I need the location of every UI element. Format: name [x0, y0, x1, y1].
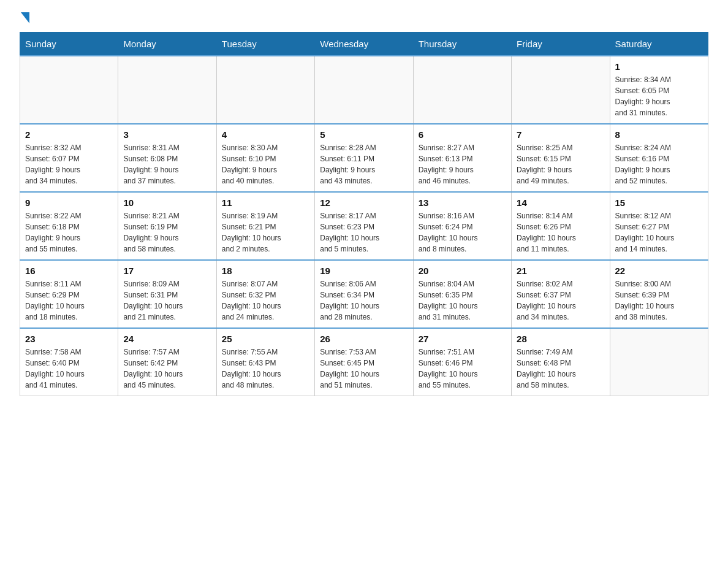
calendar-cell — [512, 56, 610, 124]
week-row-2: 2Sunrise: 8:32 AM Sunset: 6:07 PM Daylig… — [20, 124, 708, 192]
calendar-cell — [315, 56, 413, 124]
day-info: Sunrise: 7:51 AM Sunset: 6:46 PM Dayligh… — [419, 347, 506, 391]
calendar-cell: 13Sunrise: 8:16 AM Sunset: 6:24 PM Dayli… — [413, 192, 511, 260]
day-info: Sunrise: 8:02 AM Sunset: 6:37 PM Dayligh… — [517, 278, 604, 323]
calendar-cell: 19Sunrise: 8:06 AM Sunset: 6:34 PM Dayli… — [315, 260, 413, 328]
weekday-header-monday: Monday — [118, 33, 216, 56]
weekday-header-sunday: Sunday — [20, 33, 118, 56]
calendar-cell: 21Sunrise: 8:02 AM Sunset: 6:37 PM Dayli… — [512, 260, 610, 328]
weekday-header-row: SundayMondayTuesdayWednesdayThursdayFrid… — [20, 33, 708, 56]
day-info: Sunrise: 7:53 AM Sunset: 6:45 PM Dayligh… — [320, 347, 408, 391]
day-number: 27 — [419, 334, 506, 344]
calendar-cell: 9Sunrise: 8:22 AM Sunset: 6:18 PM Daylig… — [20, 192, 118, 260]
calendar-cell: 24Sunrise: 7:57 AM Sunset: 6:42 PM Dayli… — [118, 328, 216, 396]
day-number: 18 — [222, 266, 309, 276]
week-row-4: 16Sunrise: 8:11 AM Sunset: 6:29 PM Dayli… — [20, 260, 708, 328]
day-info: Sunrise: 8:12 AM Sunset: 6:27 PM Dayligh… — [615, 210, 703, 255]
day-info: Sunrise: 8:06 AM Sunset: 6:34 PM Dayligh… — [320, 278, 408, 323]
day-number: 20 — [419, 266, 506, 276]
day-number: 12 — [320, 197, 408, 208]
calendar-cell: 23Sunrise: 7:58 AM Sunset: 6:40 PM Dayli… — [20, 328, 118, 396]
day-info: Sunrise: 8:28 AM Sunset: 6:11 PM Dayligh… — [320, 142, 408, 186]
day-number: 22 — [615, 266, 703, 276]
day-info: Sunrise: 8:04 AM Sunset: 6:35 PM Dayligh… — [419, 278, 506, 323]
day-info: Sunrise: 7:55 AM Sunset: 6:43 PM Dayligh… — [222, 347, 309, 391]
logo — [20, 15, 29, 22]
day-number: 26 — [320, 334, 408, 344]
calendar-cell — [216, 56, 314, 124]
day-number: 2 — [25, 129, 113, 140]
calendar-table: SundayMondayTuesdayWednesdayThursdayFrid… — [20, 32, 708, 396]
day-info: Sunrise: 8:17 AM Sunset: 6:23 PM Dayligh… — [320, 210, 408, 255]
day-number: 28 — [517, 334, 604, 344]
day-number: 13 — [419, 197, 506, 208]
calendar-cell: 4Sunrise: 8:30 AM Sunset: 6:10 PM Daylig… — [216, 124, 314, 192]
weekday-header-wednesday: Wednesday — [315, 33, 413, 56]
calendar-cell: 8Sunrise: 8:24 AM Sunset: 6:16 PM Daylig… — [610, 124, 708, 192]
day-info: Sunrise: 8:19 AM Sunset: 6:21 PM Dayligh… — [222, 210, 309, 255]
day-info: Sunrise: 8:25 AM Sunset: 6:15 PM Dayligh… — [517, 142, 604, 186]
day-info: Sunrise: 8:34 AM Sunset: 6:05 PM Dayligh… — [615, 74, 703, 118]
calendar-cell: 7Sunrise: 8:25 AM Sunset: 6:15 PM Daylig… — [512, 124, 610, 192]
day-info: Sunrise: 8:27 AM Sunset: 6:13 PM Dayligh… — [419, 142, 506, 186]
day-number: 1 — [615, 61, 703, 72]
calendar-cell — [20, 56, 118, 124]
weekday-header-tuesday: Tuesday — [216, 33, 314, 56]
day-number: 10 — [123, 197, 211, 208]
day-number: 7 — [517, 129, 604, 140]
calendar-cell: 3Sunrise: 8:31 AM Sunset: 6:08 PM Daylig… — [118, 124, 216, 192]
day-info: Sunrise: 8:21 AM Sunset: 6:19 PM Dayligh… — [123, 210, 211, 255]
calendar-cell: 26Sunrise: 7:53 AM Sunset: 6:45 PM Dayli… — [315, 328, 413, 396]
calendar-cell: 18Sunrise: 8:07 AM Sunset: 6:32 PM Dayli… — [216, 260, 314, 328]
calendar-cell: 6Sunrise: 8:27 AM Sunset: 6:13 PM Daylig… — [413, 124, 511, 192]
day-number: 23 — [25, 334, 113, 344]
day-info: Sunrise: 8:16 AM Sunset: 6:24 PM Dayligh… — [419, 210, 506, 255]
calendar-cell: 16Sunrise: 8:11 AM Sunset: 6:29 PM Dayli… — [20, 260, 118, 328]
weekday-header-friday: Friday — [512, 33, 610, 56]
calendar-cell: 12Sunrise: 8:17 AM Sunset: 6:23 PM Dayli… — [315, 192, 413, 260]
day-number: 5 — [320, 129, 408, 140]
day-number: 14 — [517, 197, 604, 208]
day-number: 17 — [123, 266, 211, 276]
day-number: 25 — [222, 334, 309, 344]
day-info: Sunrise: 8:24 AM Sunset: 6:16 PM Dayligh… — [615, 142, 703, 186]
day-number: 4 — [222, 129, 309, 140]
calendar-cell: 11Sunrise: 8:19 AM Sunset: 6:21 PM Dayli… — [216, 192, 314, 260]
day-info: Sunrise: 7:58 AM Sunset: 6:40 PM Dayligh… — [25, 347, 113, 391]
day-info: Sunrise: 8:22 AM Sunset: 6:18 PM Dayligh… — [25, 210, 113, 255]
calendar-cell: 2Sunrise: 8:32 AM Sunset: 6:07 PM Daylig… — [20, 124, 118, 192]
calendar-cell: 20Sunrise: 8:04 AM Sunset: 6:35 PM Dayli… — [413, 260, 511, 328]
day-info: Sunrise: 8:11 AM Sunset: 6:29 PM Dayligh… — [25, 278, 113, 323]
day-number: 6 — [419, 129, 506, 140]
day-info: Sunrise: 8:09 AM Sunset: 6:31 PM Dayligh… — [123, 278, 211, 323]
day-info: Sunrise: 8:31 AM Sunset: 6:08 PM Dayligh… — [123, 142, 211, 186]
day-number: 19 — [320, 266, 408, 276]
day-number: 8 — [615, 129, 703, 140]
weekday-header-thursday: Thursday — [413, 33, 511, 56]
day-info: Sunrise: 8:30 AM Sunset: 6:10 PM Dayligh… — [222, 142, 309, 186]
week-row-5: 23Sunrise: 7:58 AM Sunset: 6:40 PM Dayli… — [20, 328, 708, 396]
calendar-cell: 22Sunrise: 8:00 AM Sunset: 6:39 PM Dayli… — [610, 260, 708, 328]
week-row-3: 9Sunrise: 8:22 AM Sunset: 6:18 PM Daylig… — [20, 192, 708, 260]
calendar-cell — [118, 56, 216, 124]
calendar-cell: 14Sunrise: 8:14 AM Sunset: 6:26 PM Dayli… — [512, 192, 610, 260]
day-info: Sunrise: 8:32 AM Sunset: 6:07 PM Dayligh… — [25, 142, 113, 186]
day-number: 11 — [222, 197, 309, 208]
calendar-cell: 28Sunrise: 7:49 AM Sunset: 6:48 PM Dayli… — [512, 328, 610, 396]
weekday-header-saturday: Saturday — [610, 33, 708, 56]
day-number: 24 — [123, 334, 211, 344]
page-header — [20, 15, 708, 22]
day-number: 3 — [123, 129, 211, 140]
day-info: Sunrise: 8:07 AM Sunset: 6:32 PM Dayligh… — [222, 278, 309, 323]
day-number: 15 — [615, 197, 703, 208]
calendar-cell — [610, 328, 708, 396]
day-number: 9 — [25, 197, 113, 208]
calendar-cell: 15Sunrise: 8:12 AM Sunset: 6:27 PM Dayli… — [610, 192, 708, 260]
calendar-cell: 1Sunrise: 8:34 AM Sunset: 6:05 PM Daylig… — [610, 56, 708, 124]
logo-triangle-icon — [21, 12, 29, 23]
week-row-1: 1Sunrise: 8:34 AM Sunset: 6:05 PM Daylig… — [20, 56, 708, 124]
calendar-cell: 27Sunrise: 7:51 AM Sunset: 6:46 PM Dayli… — [413, 328, 511, 396]
day-info: Sunrise: 8:00 AM Sunset: 6:39 PM Dayligh… — [615, 278, 703, 323]
day-info: Sunrise: 7:49 AM Sunset: 6:48 PM Dayligh… — [517, 347, 604, 391]
calendar-cell: 10Sunrise: 8:21 AM Sunset: 6:19 PM Dayli… — [118, 192, 216, 260]
